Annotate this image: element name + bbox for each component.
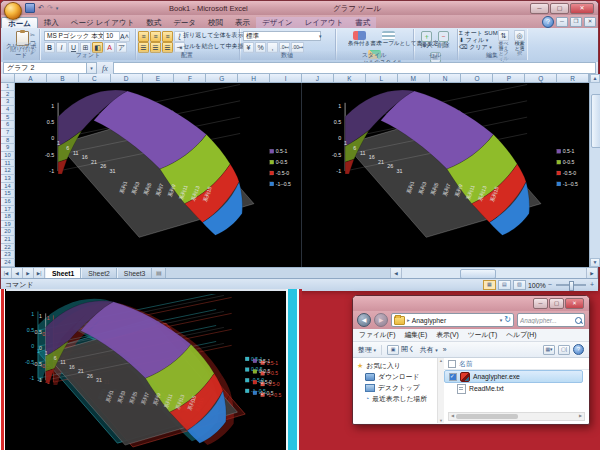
scroll-thumb[interactable] [456, 414, 518, 419]
ribbon-tab-4[interactable]: データ [167, 17, 202, 28]
anaglyph-chart-window[interactable]: 10.50-0.5-1161116212631系列1系列3系列5系列7系列9系列… [0, 289, 302, 450]
font-name-combobox[interactable]: MS Pゴシック 本文 [44, 31, 106, 41]
row-header-4[interactable]: 4 [1, 106, 15, 114]
row-header-9[interactable]: 9 [1, 144, 15, 152]
scroll-left-icon[interactable]: ◀ [449, 413, 456, 420]
open-button[interactable]: ▣ 開く [387, 344, 415, 354]
menu-item-1[interactable]: 編集(E) [405, 330, 428, 340]
preview-pane-icon[interactable]: ▢| [558, 345, 570, 355]
column-header-J[interactable]: J [302, 74, 334, 83]
excel-titlebar[interactable]: Book1 - Microsoft Excel グラフ ツール ─ ▢ ✕ [1, 1, 598, 15]
name-box[interactable]: グラフ 2 [3, 62, 87, 74]
insert-function-icon[interactable]: fx [97, 64, 113, 73]
zoom-in-icon[interactable]: + [590, 281, 594, 289]
delete-cells-button[interactable]: － 削除 [436, 29, 451, 50]
scroll-right-icon[interactable]: ▶ [577, 413, 584, 420]
zoom-out-icon[interactable]: − [548, 281, 552, 289]
cut-icon[interactable]: ✂ [30, 31, 36, 38]
column-header-E[interactable]: E [143, 74, 175, 83]
page-layout-view-icon[interactable]: ▤ [498, 280, 511, 290]
format-as-table-button[interactable]: テーブルとして書式設定 [375, 29, 402, 48]
nav-pane-scrollbar[interactable]: ▲▼ [437, 358, 444, 423]
row-header-2[interactable]: 2 [1, 91, 15, 99]
contextual-tab-1[interactable]: レイアウト [299, 17, 349, 28]
forward-icon[interactable]: ▶ [374, 313, 388, 327]
surface-chart-left[interactable]: 10.50-0.5-1161116212631系列1系列3系列5系列7系列9系列… [15, 83, 302, 267]
row-header-18[interactable]: 18 [1, 213, 15, 221]
number-format-combobox[interactable]: 標準 [243, 31, 321, 41]
formula-input[interactable] [113, 62, 596, 74]
views-icon[interactable]: ▦▾ [543, 345, 555, 355]
name-column-header[interactable]: 名前 [459, 359, 473, 369]
row-header-22[interactable]: 22 [1, 244, 15, 252]
search-box[interactable]: Anaglypher... [517, 313, 585, 327]
nav-item-2[interactable]: デスクトップ [353, 382, 437, 393]
column-header-A[interactable]: A [15, 74, 47, 83]
row-header-16[interactable]: 16 [1, 198, 15, 206]
contextual-tab-0[interactable]: デザイン [256, 17, 299, 28]
column-header-D[interactable]: D [111, 74, 143, 83]
column-header-G[interactable]: G [206, 74, 238, 83]
row-header-11[interactable]: 11 [1, 160, 15, 168]
name-box-dropdown-icon[interactable]: ▾ [87, 62, 97, 74]
row-header-17[interactable]: 17 [1, 206, 15, 214]
column-header-C[interactable]: C [79, 74, 111, 83]
column-header-B[interactable]: B [47, 74, 79, 83]
grow-font-icon[interactable]: A˄ [119, 31, 130, 42]
zoom-slider-thumb[interactable] [569, 281, 574, 291]
workbook-close-button[interactable]: ✕ [584, 17, 596, 27]
row-header-23[interactable]: 23 [1, 251, 15, 259]
ribbon-tab-1[interactable]: 挿入 [38, 17, 65, 28]
row-header-8[interactable]: 8 [1, 137, 15, 145]
minimize-button[interactable]: ─ [533, 298, 548, 309]
close-button[interactable]: ✕ [570, 3, 594, 14]
column-header-Q[interactable]: Q [525, 74, 557, 83]
ribbon-tab-3[interactable]: 数式 [140, 17, 167, 28]
ribbon-tab-5[interactable]: 校閲 [202, 17, 229, 28]
more-commands-button[interactable]: » [443, 346, 447, 353]
row-header-21[interactable]: 21 [1, 236, 15, 244]
column-header-R[interactable]: R [557, 74, 589, 83]
column-header-O[interactable]: O [461, 74, 493, 83]
save-icon[interactable] [25, 3, 35, 13]
normal-view-icon[interactable]: ▦ [483, 280, 496, 290]
row-header-6[interactable]: 6 [1, 121, 15, 129]
qat-dropdown-icon[interactable]: ▾ [56, 3, 59, 13]
menu-item-2[interactable]: 表示(V) [436, 330, 459, 340]
nav-item-3[interactable]: ◔最近表示した場所 [353, 393, 437, 404]
redo-icon[interactable]: ↷ [47, 3, 53, 13]
column-header-M[interactable]: M [398, 74, 430, 83]
vertical-scroll-thumb[interactable] [591, 94, 600, 148]
row-header-1[interactable]: 1 [1, 83, 15, 91]
menu-item-3[interactable]: ツール(T) [468, 330, 497, 340]
breadcrumb[interactable]: ▸ Anaglypher ▾ ↻ [391, 313, 514, 327]
row-header-12[interactable]: 12 [1, 167, 15, 175]
ribbon-tab-6[interactable]: 表示 [229, 17, 256, 28]
maximize-button[interactable]: ▢ [549, 298, 564, 309]
align-middle-icon[interactable]: ≡ [150, 31, 161, 42]
column-header-P[interactable]: P [493, 74, 525, 83]
row-header-14[interactable]: 14 [1, 183, 15, 191]
conditional-formatting-button[interactable]: 条件付き書式 [346, 29, 373, 48]
back-icon[interactable]: ◀ [357, 313, 371, 327]
menu-item-0[interactable]: ファイル(F) [359, 330, 396, 340]
breadcrumb-dropdown-icon[interactable]: ▾ [500, 317, 503, 323]
column-header-F[interactable]: F [174, 74, 206, 83]
column-header-L[interactable]: L [366, 74, 398, 83]
select-all-corner[interactable] [1, 74, 15, 83]
undo-icon[interactable]: ↶ [38, 3, 44, 13]
zoom-level[interactable]: 100% [528, 282, 546, 289]
row-header-13[interactable]: 13 [1, 175, 15, 183]
zoom-slider[interactable] [556, 284, 586, 286]
column-header-I[interactable]: I [270, 74, 302, 83]
menu-item-4[interactable]: ヘルプ(H) [506, 330, 536, 340]
file-row-ReadMe.txt[interactable]: ReadMe.txt [444, 383, 583, 394]
scroll-up-icon[interactable]: ▲ [590, 74, 600, 83]
ribbon-tab-2[interactable]: ページ レイアウト [65, 17, 140, 28]
file-list-horizontal-scrollbar[interactable]: ◀ ▶ [448, 412, 585, 421]
row-header-3[interactable]: 3 [1, 98, 15, 106]
file-checkbox[interactable] [449, 373, 457, 381]
column-header-H[interactable]: H [238, 74, 270, 83]
page-break-view-icon[interactable]: ▨ [513, 280, 526, 290]
help-icon[interactable]: ? [573, 344, 584, 355]
